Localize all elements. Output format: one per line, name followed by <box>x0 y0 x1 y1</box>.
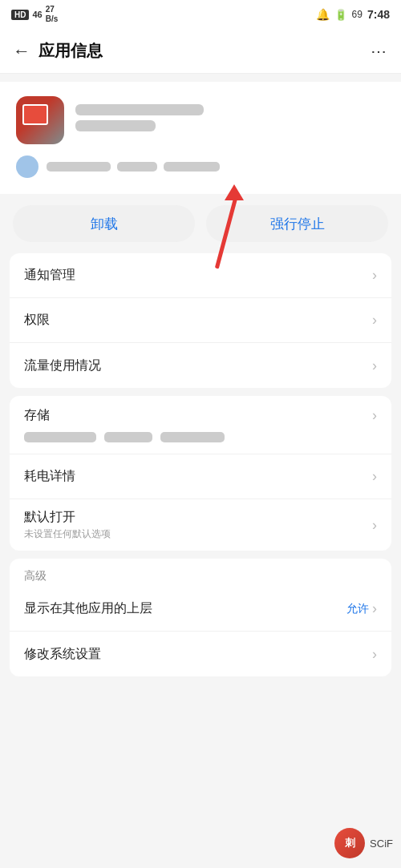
data-usage-label: 流量使用情况 <box>24 357 101 374</box>
network-speed: 27B/s <box>46 5 59 24</box>
default-open-label: 默认打开 <box>24 509 111 526</box>
default-open-row[interactable]: 默认打开 未设置任何默认选项 › <box>10 499 391 551</box>
permissions-row[interactable]: 权限 › <box>10 298 391 343</box>
sub-blurred-1 <box>47 162 111 172</box>
app-sub-info <box>16 155 385 178</box>
time-display: 7:48 <box>367 8 390 21</box>
battery-label-block: 耗电详情 <box>24 468 75 485</box>
storage-blurred-1 <box>24 432 96 442</box>
notification-label: 通知管理 <box>24 267 75 284</box>
permissions-label: 权限 <box>24 312 50 329</box>
settings-card-2: 存储 › 耗电详情 › 默认打开 未设置任何默认选项 › <box>10 396 391 551</box>
app-name-blurred <box>75 104 204 115</box>
app-sub-icon <box>16 155 38 178</box>
battery-level: 69 <box>352 9 363 20</box>
app-header <box>16 96 385 144</box>
app-version-blurred <box>75 120 156 131</box>
permissions-right: › <box>372 312 377 329</box>
app-info-card <box>0 82 401 194</box>
notification-right: › <box>372 267 377 284</box>
battery-right: › <box>372 468 377 485</box>
settings-card-1: 通知管理 › 权限 › 流量使用情况 › <box>10 253 391 388</box>
storage-blurred-info <box>24 432 225 454</box>
watermark-icon: 刺 <box>334 828 365 858</box>
modify-system-row[interactable]: 修改系统设置 › <box>10 632 391 676</box>
default-open-label-block: 默认打开 未设置任何默认选项 <box>24 509 111 541</box>
watermark-text: SCiF <box>370 838 393 850</box>
more-options-button[interactable]: ⋯ <box>371 42 388 61</box>
storage-header: 存储 › <box>24 407 377 432</box>
signal-strength: 46 <box>32 10 42 19</box>
data-usage-label-block: 流量使用情况 <box>24 357 101 374</box>
default-open-sub: 未设置任何默认选项 <box>24 527 111 541</box>
chevron-icon-3: › <box>372 357 377 374</box>
chevron-icon-6: › <box>372 600 377 617</box>
overlay-label-block: 显示在其他应用的上层 <box>24 600 152 617</box>
watermark: 刺 SCiF <box>334 828 393 858</box>
data-usage-right: › <box>372 357 377 374</box>
overlay-row[interactable]: 显示在其他应用的上层 允许 › <box>10 587 391 632</box>
force-stop-button[interactable]: 强行停止 <box>206 205 388 242</box>
permissions-label-block: 权限 <box>24 312 50 329</box>
status-bar: HD 46 27B/s 🔔 🔋 69 7:48 <box>0 0 401 29</box>
top-bar: ← 应用信息 ⋯ <box>0 29 401 74</box>
modify-system-label: 修改系统设置 <box>24 646 101 663</box>
notification-row[interactable]: 通知管理 › <box>10 253 391 298</box>
storage-blurred-3 <box>160 432 225 442</box>
app-sub-row <box>47 162 385 172</box>
chevron-icon-2: › <box>372 312 377 329</box>
battery-icon: 🔋 <box>334 9 347 21</box>
storage-label: 存储 <box>24 407 50 424</box>
advanced-card: 高级 显示在其他应用的上层 允许 › 修改系统设置 › <box>10 559 391 676</box>
app-name-block <box>75 104 385 136</box>
battery-label: 耗电详情 <box>24 468 75 485</box>
overlay-label: 显示在其他应用的上层 <box>24 600 152 617</box>
chevron-icon: › <box>372 267 377 284</box>
app-icon <box>16 96 64 144</box>
battery-row[interactable]: 耗电详情 › <box>10 454 391 499</box>
advanced-section-label: 高级 <box>10 559 391 587</box>
allow-text: 允许 <box>346 602 369 616</box>
storage-blurred-2 <box>104 432 152 442</box>
back-button[interactable]: ← <box>13 41 30 62</box>
chevron-icon-4: › <box>372 468 377 485</box>
overlay-right: 允许 › <box>346 600 377 617</box>
sub-blurred-2 <box>117 162 157 172</box>
advanced-label: 高级 <box>24 569 47 582</box>
page-title: 应用信息 <box>38 40 103 62</box>
modify-system-right: › <box>372 646 377 663</box>
hd-label: HD <box>11 10 29 20</box>
uninstall-button[interactable]: 卸载 <box>13 205 195 242</box>
modify-system-label-block: 修改系统设置 <box>24 646 101 663</box>
storage-section[interactable]: 存储 › <box>10 396 391 454</box>
default-open-right: › <box>372 517 377 534</box>
status-right: 🔔 🔋 69 7:48 <box>316 8 390 21</box>
bell-icon: 🔔 <box>316 8 330 21</box>
data-usage-row[interactable]: 流量使用情况 › <box>10 343 391 388</box>
sub-blurred-3 <box>164 162 220 172</box>
status-left: HD 46 27B/s <box>11 5 58 24</box>
notification-label-block: 通知管理 <box>24 267 75 284</box>
chevron-icon-7: › <box>372 646 377 663</box>
storage-chevron: › <box>372 407 377 424</box>
top-bar-left: ← 应用信息 <box>13 40 103 62</box>
chevron-icon-5: › <box>372 517 377 534</box>
action-buttons: 卸载 强行停止 <box>0 205 401 242</box>
